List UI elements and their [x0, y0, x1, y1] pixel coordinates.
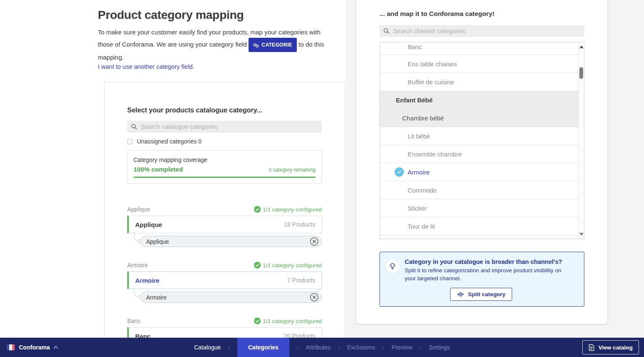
view-catalog-button[interactable]: View catalog [582, 340, 639, 354]
tab-settings[interactable]: Settings [429, 338, 450, 357]
main-pane: Product category mapping To make sure yo… [0, 0, 346, 338]
checkbox-icon[interactable] [127, 139, 133, 144]
check-circle-icon [254, 318, 261, 324]
page-title: Product category mapping [98, 8, 244, 22]
scroll-up-icon[interactable] [579, 45, 584, 48]
tab-attributes[interactable]: Attributes [306, 338, 330, 357]
unassigned-categories-filter[interactable]: Unassigned categories 0 [127, 138, 322, 145]
remove-mapping-button[interactable] [310, 237, 319, 246]
tab-exclusions[interactable]: Exclusions [347, 338, 375, 357]
category-group-header[interactable]: Enfant Bébé [380, 91, 578, 109]
chevron-up-icon[interactable] [53, 346, 58, 350]
coverage-completed: 100% completed [134, 166, 183, 173]
catalogue-search[interactable] [127, 121, 322, 133]
scrollbar[interactable] [578, 42, 584, 239]
page-description: To make sure your customer easily find y… [98, 27, 335, 63]
tip-body: Split it to refine categorization and im… [405, 266, 573, 282]
chevron-separator-icon: › [382, 344, 384, 351]
search-icon [383, 28, 390, 34]
channel-search-input[interactable] [393, 28, 581, 34]
mapping-chip-row: Applique [127, 236, 322, 249]
close-icon [310, 293, 319, 302]
category-group-applique: Applique 1/1 category configured Appliqu… [127, 206, 322, 249]
group-label: Applique [127, 206, 150, 213]
scroll-down-icon[interactable] [579, 233, 584, 236]
category-option[interactable]: Ensemble chambre [380, 145, 578, 163]
category-option-selected[interactable]: Armoire [380, 163, 578, 181]
category-option[interactable]: Lit bébé [380, 127, 578, 145]
catalogue-category-card: Select your products catalogue category.… [104, 82, 345, 338]
mapped-category-chip[interactable]: Applique [140, 236, 322, 247]
change-category-field-link[interactable]: I want to use another category field. [98, 63, 194, 70]
catalogue-category-row[interactable]: Banc 20 Products [127, 327, 322, 338]
catalogue-search-input[interactable] [141, 123, 318, 130]
split-category-button[interactable]: Split category [450, 288, 512, 301]
check-circle-icon [254, 262, 261, 268]
bottom-bar: Conforama Catalogue › Categories › Attri… [0, 338, 644, 357]
mapping-chip-row: Armoire [127, 292, 322, 305]
tab-preview[interactable]: Preview [391, 338, 412, 357]
tip-title: Category in your catalogue is broader th… [405, 258, 573, 265]
catalogue-category-row[interactable]: Applique 18 Products [127, 216, 322, 233]
category-field-badge[interactable]: CATEGORIE [249, 38, 297, 52]
store-name: Conforama [19, 344, 50, 351]
channel-search[interactable] [380, 25, 584, 37]
category-option[interactable]: Buffet de cuisine [380, 73, 578, 91]
channel-category-card: ... and map it to Conforama category! Ba… [356, 0, 608, 324]
group-label: Armoire [127, 262, 148, 268]
category-option[interactable]: Tour de lit [380, 217, 578, 235]
category-group-banc: Banc 1/1 category configured Banc 20 Pro… [127, 318, 322, 338]
split-tip-box: Category in your catalogue is broader th… [380, 252, 584, 307]
channel-category-list: Banc Ens table chaises Buffet de cuisine… [380, 42, 584, 239]
check-circle-icon [395, 167, 404, 177]
mapped-category-chip[interactable]: Armoire [140, 292, 322, 303]
unassigned-categories-label: Unassigned categories 0 [137, 138, 202, 145]
group-status: 1/1 category configured [254, 262, 322, 268]
coverage-remaining: 0 category remaining [269, 167, 316, 173]
step-nav: Catalogue › Categories › Attributes › Ex… [194, 338, 450, 357]
store-selector[interactable]: Conforama [0, 344, 58, 351]
lightbulb-icon [386, 260, 399, 273]
category-option [380, 235, 578, 239]
french-flag-icon [7, 344, 15, 350]
close-icon [310, 237, 319, 246]
category-option[interactable]: Sticker [380, 199, 578, 217]
category-subgroup-header[interactable]: Chambre bébé [380, 109, 578, 127]
coverage-title: Category mapping coverage [134, 156, 316, 163]
scrollbar-thumb[interactable] [579, 67, 583, 79]
group-label: Banc [127, 318, 141, 324]
chevron-separator-icon: › [228, 344, 230, 351]
search-icon [131, 123, 137, 130]
split-icon [457, 291, 464, 297]
coverage-progress-bar [134, 177, 316, 178]
chevron-separator-icon: › [419, 344, 421, 351]
check-circle-icon [254, 206, 261, 213]
chevron-separator-icon: › [338, 344, 340, 351]
document-icon [589, 344, 594, 351]
tab-categories[interactable]: Categories [237, 338, 289, 357]
remove-mapping-button[interactable] [310, 293, 319, 302]
channel-card-heading: ... and map it to Conforama category! [380, 10, 584, 18]
category-group-armoire: Armoire 1/1 category configured Armoire … [127, 262, 322, 305]
catalogue-card-heading: Select your products catalogue category.… [127, 107, 322, 114]
tab-catalogue[interactable]: Catalogue [194, 338, 221, 357]
chevron-separator-icon: › [296, 344, 298, 351]
category-option[interactable]: Commode [380, 181, 578, 199]
group-status: 1/1 category configured [254, 206, 322, 213]
coverage-box: Category mapping coverage 100% completed… [127, 150, 322, 184]
category-option[interactable]: Ens table chaises [380, 55, 578, 73]
catalogue-category-row-selected[interactable]: Armoire 7 Products [127, 271, 322, 289]
link-icon [253, 42, 259, 48]
category-option[interactable]: Banc [380, 42, 578, 55]
group-status: 1/1 category configured [254, 318, 322, 324]
